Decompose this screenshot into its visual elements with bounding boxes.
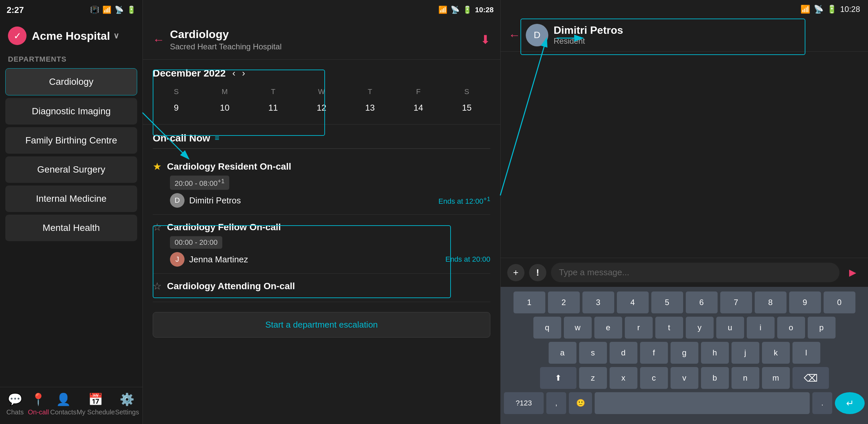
key-k[interactable]: k (762, 342, 790, 364)
role-row-fellow: ☆ Cardiology Fellow On-call (153, 221, 490, 233)
chat-avatar-dimitri: D (526, 24, 548, 46)
cal-day-13[interactable]: 13 (346, 99, 394, 116)
key-7[interactable]: 7 (720, 292, 752, 313)
key-n[interactable]: n (732, 367, 760, 389)
key-q[interactable]: q (533, 317, 561, 338)
wifi-icon: 📶 (102, 6, 111, 14)
key-shift[interactable]: ⬆ (540, 367, 577, 389)
key-p[interactable]: p (808, 317, 836, 338)
key-comma[interactable]: , (546, 392, 566, 414)
key-period[interactable]: . (812, 392, 832, 414)
key-special-chars[interactable]: ?123 (504, 392, 544, 414)
key-h[interactable]: h (701, 342, 729, 364)
nav-chats[interactable]: 💬 Chats (3, 393, 27, 416)
key-a[interactable]: a (549, 342, 577, 364)
dept-label-cardiology: Cardiology (49, 76, 93, 87)
key-l[interactable]: l (793, 342, 820, 364)
time-chat: 10:28 (840, 5, 860, 14)
key-o[interactable]: o (777, 317, 805, 338)
key-e[interactable]: e (594, 317, 622, 338)
key-2[interactable]: 2 (548, 292, 580, 313)
dept-item-internal[interactable]: Internal Medicine (5, 186, 137, 212)
filter-icon[interactable]: ≡ (215, 133, 219, 143)
person-name-jenna[interactable]: Jenna Martinez (189, 254, 248, 265)
chat-alert-button[interactable]: ! (529, 264, 546, 281)
star-fellow[interactable]: ☆ (153, 221, 162, 233)
key-y[interactable]: y (686, 317, 714, 338)
key-backspace[interactable]: ⌫ (793, 367, 829, 389)
oncall-roles-list: ★ Cardiology Resident On-call 20:00 - 08… (153, 154, 490, 302)
hospital-header[interactable]: ✓ Acme Hospital ∨ (0, 20, 143, 52)
calendar-prev-button[interactable]: ‹ (232, 68, 235, 78)
key-z[interactable]: z (579, 367, 607, 389)
key-f[interactable]: f (640, 342, 668, 364)
key-emoji[interactable]: 🙂 (569, 392, 592, 414)
dept-item-surgery[interactable]: General Surgery (5, 156, 137, 183)
key-0[interactable]: 0 (824, 292, 856, 313)
key-i[interactable]: i (747, 317, 775, 338)
key-5[interactable]: 5 (651, 292, 683, 313)
cal-header-fri: F (395, 86, 442, 98)
key-9[interactable]: 9 (789, 292, 821, 313)
star-attending[interactable]: ☆ (153, 280, 162, 292)
download-button[interactable]: ⬇ (480, 33, 490, 47)
cal-day-10[interactable]: 10 (201, 99, 248, 116)
status-icons: 📳 📶 📡 🔋 (90, 6, 136, 14)
key-v[interactable]: v (671, 367, 699, 389)
key-g[interactable]: g (671, 342, 699, 364)
key-8[interactable]: 8 (755, 292, 786, 313)
role-row-attending: ☆ Cardiology Attending On-call (153, 280, 490, 292)
cal-day-9[interactable]: 9 (153, 99, 200, 116)
nav-contacts[interactable]: 👤 Contacts (50, 393, 76, 416)
status-bar-oncall: 📶 📡 🔋 10:28 (143, 0, 500, 20)
key-1[interactable]: 1 (514, 292, 545, 313)
key-6[interactable]: 6 (686, 292, 718, 313)
key-s[interactable]: s (579, 342, 607, 364)
key-u[interactable]: u (716, 317, 744, 338)
key-w[interactable]: w (564, 317, 592, 338)
escalation-button-label: Start a department escalation (266, 320, 378, 330)
calendar-next-button[interactable]: › (242, 68, 245, 78)
oncall-back-button[interactable]: ← (153, 33, 165, 47)
cal-day-11[interactable]: 11 (249, 99, 297, 116)
chat-add-button[interactable]: + (507, 264, 524, 281)
dept-item-family[interactable]: Family Birthing Centre (5, 127, 137, 154)
chat-send-button[interactable]: ▶ (844, 264, 861, 281)
logo-checkmark: ✓ (13, 30, 21, 41)
dept-item-mental[interactable]: Mental Health (5, 215, 137, 241)
battery-icon: 🔋 (127, 6, 136, 14)
key-j[interactable]: j (732, 342, 760, 364)
key-enter[interactable]: ↵ (835, 392, 865, 414)
key-x[interactable]: x (610, 367, 638, 389)
nav-settings[interactable]: ⚙️ Settings (115, 393, 139, 416)
escalation-button[interactable]: Start a department escalation (153, 312, 490, 337)
key-d[interactable]: d (610, 342, 638, 364)
cal-day-15[interactable]: 15 (443, 99, 490, 116)
dept-item-cardiology[interactable]: Cardiology (5, 68, 137, 95)
nav-oncall[interactable]: 📍 On-call (27, 393, 50, 416)
key-b[interactable]: b (701, 367, 729, 389)
chat-input-field[interactable]: Type a message... (551, 263, 839, 282)
person-name-dimitri[interactable]: Dimitri Petros (189, 195, 241, 206)
key-t[interactable]: t (655, 317, 683, 338)
star-resident[interactable]: ★ (153, 161, 162, 172)
key-m[interactable]: m (762, 367, 790, 389)
key-3[interactable]: 3 (582, 292, 614, 313)
chat-back-button[interactable]: ← (508, 28, 521, 42)
key-r[interactable]: r (625, 317, 653, 338)
dept-label-surgery: General Surgery (37, 164, 105, 175)
status-bar-sidebar: 2:27 📳 📶 📡 🔋 (0, 0, 143, 20)
person-info-fellow: J Jenna Martinez (170, 252, 248, 267)
nav-schedule[interactable]: 📅 My Schedule (76, 393, 115, 416)
battery-icon-2: 🔋 (463, 6, 472, 14)
key-c[interactable]: c (640, 367, 668, 389)
cal-day-14[interactable]: 14 (395, 99, 442, 116)
oncall-panel-subtitle: Sacred Heart Teaching Hospital (170, 42, 480, 51)
cal-day-12[interactable]: 12 (298, 99, 345, 116)
key-space[interactable] (595, 392, 810, 414)
person-row-resident: D Dimitri Petros Ends at 12:00+1 (170, 193, 490, 208)
schedule-icon: 📅 (88, 393, 103, 406)
keyboard-row-asdf: a s d f g h j k l (504, 342, 865, 364)
dept-item-diagnostic[interactable]: Diagnostic Imaging (5, 98, 137, 125)
key-4[interactable]: 4 (617, 292, 649, 313)
